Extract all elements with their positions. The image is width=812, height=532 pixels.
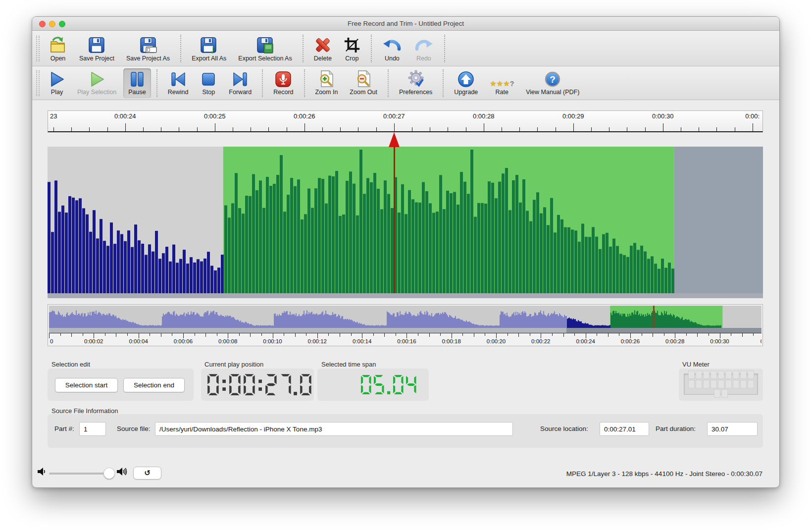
floppy-disk-icon (88, 34, 105, 54)
overview-ruler-tick (306, 333, 306, 336)
app-window: Free Record and Trim - Untitled Project … (32, 16, 780, 488)
ruler-tick (233, 127, 233, 131)
ruler-tick (556, 127, 556, 131)
overview-ruler-label: 0:00:30 (710, 338, 729, 344)
selection-end-button[interactable]: Selection end (123, 378, 185, 392)
part-number-field[interactable] (79, 422, 106, 436)
overview-ruler-tick (384, 333, 385, 337)
overview-ruler[interactable]: 00:00:020:00:040:00:060:00:080:00:100:00… (49, 333, 761, 346)
rewind-icon (169, 70, 187, 88)
play-selection-label: Play Selection (77, 89, 116, 96)
ruler-tick (430, 127, 430, 131)
overview-ruler-tick (675, 333, 675, 338)
playhead-marker[interactable] (389, 132, 400, 147)
save-project-button[interactable]: Save Project (74, 33, 119, 64)
export-selection-as-label: Export Selection As (238, 55, 292, 62)
overview-ruler-tick (496, 333, 497, 338)
delete-label: Delete (314, 55, 332, 62)
delete-button[interactable]: Delete (309, 33, 337, 64)
selection-start-button[interactable]: Selection start (55, 378, 118, 392)
reset-loop-button[interactable]: ↺ (133, 467, 161, 479)
ruler-tick (591, 127, 592, 131)
crop-icon (344, 34, 360, 54)
overview-ruler-tick (697, 333, 698, 337)
pause-button[interactable]: Pause (123, 68, 151, 98)
overview-ruler-tick (284, 333, 284, 336)
vu-meter-cell (721, 389, 728, 398)
titlebar[interactable]: Free Record and Trim - Untitled Project (32, 17, 779, 31)
overview-ruler-tick (295, 333, 296, 337)
ruler-tick (197, 127, 198, 131)
forward-button[interactable]: Forward (224, 68, 256, 98)
ruler-tick (537, 127, 538, 131)
ruler-tick (322, 127, 323, 131)
floppy-selection-icon (256, 34, 275, 54)
overview-ruler-tick (552, 333, 553, 336)
overview-view-indicator[interactable] (49, 328, 761, 333)
overview-ruler-label: 0:00:22 (531, 338, 550, 344)
toolbar-separator (303, 35, 304, 62)
stop-label: Stop (203, 89, 215, 96)
part-duration-field[interactable] (707, 422, 758, 436)
crop-button[interactable]: Crop (339, 33, 365, 64)
overview-ruler-label: 0 (50, 338, 53, 344)
redo-button[interactable]: Redo (409, 33, 439, 64)
zoom-in-button[interactable]: Zoom In (310, 68, 343, 98)
rate-button[interactable]: ★★★? Rate (485, 68, 519, 98)
waveform-scroll-strip[interactable] (48, 293, 763, 298)
open-button[interactable]: Open (44, 33, 72, 64)
overview-ruler-tick (586, 333, 586, 338)
play-button[interactable]: Play (44, 68, 70, 98)
view-manual-button[interactable]: ? View Manual (PDF) (521, 68, 584, 98)
overview-ruler-label: 0:00:12 (308, 338, 327, 344)
volume-slider-track[interactable] (49, 473, 110, 475)
undo-button[interactable]: Undo (377, 33, 407, 64)
ruler-tick (484, 123, 484, 131)
export-all-as-label: Export All As (192, 55, 226, 62)
vu-meter-cell (748, 380, 754, 388)
toolbar-separator (180, 35, 181, 62)
save-project-as-button[interactable]: Save Project As (121, 33, 175, 64)
pause-icon (129, 70, 146, 88)
time-span-display (360, 374, 419, 395)
overview-ruler-tick (429, 333, 430, 337)
upgrade-arrow-icon (457, 70, 474, 88)
overview-ruler-tick (195, 333, 195, 336)
overview-ruler-tick (742, 333, 743, 337)
overview-waveform[interactable] (49, 306, 761, 328)
overview-ruler-tick (563, 333, 564, 337)
vu-meter-cell (688, 371, 695, 379)
toolbar-separator (371, 35, 372, 62)
play-selection-button[interactable]: Play Selection (72, 68, 121, 98)
overview-view-range[interactable] (566, 328, 761, 333)
export-all-as-button[interactable]: ♪ Export All As (187, 33, 231, 64)
main-waveform-area[interactable] (48, 147, 763, 293)
ruler-tick (609, 127, 609, 131)
overview-ruler-tick (642, 333, 642, 336)
source-location-field[interactable] (600, 422, 649, 436)
main-waveform[interactable] (48, 147, 763, 293)
record-button[interactable]: Record (268, 68, 298, 98)
source-file-field[interactable] (155, 422, 513, 436)
rewind-button[interactable]: Rewind (163, 68, 194, 98)
upgrade-button[interactable]: Upgrade (449, 68, 483, 98)
main-timeline-ruler[interactable]: 23 0:00:240:00:250:00:260:00:270:00:280:… (48, 110, 763, 132)
crop-label: Crop (345, 55, 358, 62)
overview-ruler-tick (462, 333, 463, 336)
vu-meter-cell (740, 380, 747, 388)
save-project-as-label: Save Project As (126, 55, 170, 62)
stop-button[interactable]: Stop (195, 68, 222, 98)
overview-ruler-label: 0:00:26 (621, 338, 640, 344)
toolbar-grip (36, 70, 40, 96)
ruler-tick (179, 127, 179, 131)
overview-ruler-tick (686, 333, 687, 336)
overview-ruler-tick (273, 333, 273, 338)
zoom-out-button[interactable]: Zoom Out (345, 68, 382, 98)
vu-meter-cell (696, 371, 702, 379)
overview-ruler-tick (373, 333, 374, 336)
vu-meter-cell (718, 371, 724, 379)
volume-slider-thumb[interactable] (103, 468, 115, 479)
rewind-label: Rewind (168, 89, 189, 96)
preferences-button[interactable]: Preferences (394, 68, 437, 98)
export-selection-as-button[interactable]: Export Selection As (233, 33, 297, 64)
